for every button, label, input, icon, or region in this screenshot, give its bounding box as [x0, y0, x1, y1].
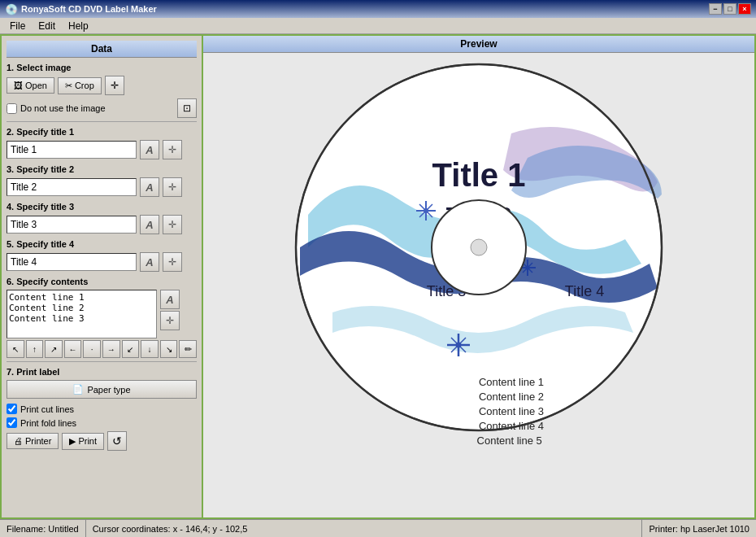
move-icon	[111, 80, 119, 91]
title3-pos-button[interactable]	[163, 215, 182, 234]
print-cut-row: Print cut lines	[7, 404, 197, 414]
align-center-bot-button[interactable]: ↓	[141, 340, 159, 358]
printer-label: Printer	[25, 436, 51, 446]
crop-button[interactable]: Crop	[58, 77, 102, 94]
pos-icon-4	[168, 256, 176, 268]
refresh-icon	[112, 434, 122, 448]
no-image-label: Do not use the image	[20, 103, 106, 113]
section-7-header: 7. Print label	[7, 367, 197, 377]
align-left-top-button[interactable]: ↖	[7, 340, 24, 358]
align-left-mid-button[interactable]: ←	[64, 340, 82, 358]
svg-point-5	[424, 208, 428, 213]
menu-file[interactable]: File	[3, 19, 32, 33]
image-buttons-row: Open Crop	[7, 76, 197, 95]
app-icon: 💿	[5, 3, 18, 15]
content-pos-button[interactable]	[160, 311, 180, 330]
title2-font-button[interactable]	[140, 177, 159, 197]
maximize-button[interactable]: □	[723, 3, 736, 15]
statusbar: Filename: Untitled Cursor coordinates: x…	[0, 519, 756, 537]
pos-icon-content	[166, 315, 174, 326]
open-label: Open	[25, 81, 47, 90]
align-right-top-button[interactable]: ↗	[45, 340, 63, 358]
content-side-buttons	[160, 290, 180, 338]
section-1-header: 1. Select image	[7, 63, 197, 72]
pos-icon-2	[168, 181, 176, 193]
font-icon-4	[146, 256, 153, 268]
divider-1	[7, 121, 197, 122]
align-right-mid-button[interactable]: →	[102, 340, 120, 358]
divider-2	[7, 361, 197, 362]
title1-font-button[interactable]	[140, 140, 159, 159]
move-image-button[interactable]	[105, 76, 124, 95]
svg-point-10	[526, 266, 530, 270]
minimize-button[interactable]: −	[709, 3, 722, 15]
preview-panel-header: Preview	[203, 36, 754, 53]
svg-text:Content line 3: Content line 3	[479, 405, 544, 417]
main-container: Data 1. Select image Open Crop Do not us…	[0, 34, 756, 519]
menu-help[interactable]: Help	[62, 19, 95, 33]
fit-image-button[interactable]	[177, 98, 197, 118]
title3-font-button[interactable]	[140, 215, 159, 234]
svg-point-25	[471, 239, 487, 255]
title2-input[interactable]	[7, 178, 137, 196]
print-fold-row: Print fold lines	[7, 417, 197, 428]
svg-text:Content line 1: Content line 1	[479, 376, 544, 388]
title4-font-button[interactable]	[140, 252, 159, 272]
filename-label: Filename: Untitled	[7, 524, 79, 534]
printer-status: Printer: hp LaserJet 1010	[642, 520, 756, 537]
content-line-5: Content line 5	[477, 434, 542, 447]
paper-icon	[72, 384, 84, 395]
print-fold-checkbox[interactable]	[7, 417, 17, 428]
title3-row	[7, 215, 197, 234]
font-icon-3	[146, 219, 153, 231]
pos-icon-1	[168, 144, 176, 155]
svg-text:Content line 2: Content line 2	[479, 391, 544, 403]
printer-button[interactable]: Printer	[7, 433, 59, 449]
section-3-header: 3. Specify title 2	[7, 164, 197, 174]
right-panel: Preview	[203, 36, 754, 517]
print-button[interactable]: Print	[62, 433, 104, 450]
filename-status: Filename: Untitled	[0, 520, 86, 537]
data-panel-header: Data	[7, 41, 197, 58]
edit-icon	[185, 344, 192, 355]
print-fold-label: Print fold lines	[20, 418, 76, 428]
svg-text:Title 4: Title 4	[565, 283, 604, 299]
edit-content-button[interactable]	[179, 340, 197, 358]
cd-svg: Title 1 Title 2 Title 3 Title 4 Content …	[284, 52, 674, 443]
title1-pos-button[interactable]	[163, 140, 182, 159]
no-image-checkbox[interactable]	[7, 103, 17, 114]
font-icon-content	[166, 294, 173, 306]
cursor-label: Cursor coordinates: x - 146,4; y - 102,5	[93, 524, 248, 534]
fit-icon	[183, 103, 191, 114]
content-textarea[interactable]: Content line 1 Content line 2 Content li…	[7, 290, 157, 338]
title2-row	[7, 177, 197, 197]
open-button[interactable]: Open	[7, 77, 54, 94]
print-icon	[69, 436, 76, 447]
print-cut-checkbox[interactable]	[7, 404, 17, 414]
align-center-mid-button[interactable]: ·	[83, 340, 101, 358]
align-left-bot-button[interactable]: ↙	[122, 340, 140, 358]
content-container: Content line 1 Content line 2 Content li…	[7, 290, 197, 338]
paper-type-button[interactable]: Paper type	[7, 380, 197, 399]
title3-input[interactable]	[7, 216, 137, 234]
title4-pos-button[interactable]	[163, 252, 182, 272]
svg-point-15	[456, 343, 462, 348]
refresh-button[interactable]	[107, 431, 127, 451]
section-4-header: 4. Specify title 3	[7, 202, 197, 212]
menu-edit[interactable]: Edit	[32, 19, 62, 33]
font-icon-1	[146, 144, 153, 156]
crop-label: Crop	[75, 81, 94, 90]
close-button[interactable]: ×	[738, 3, 751, 15]
title4-input[interactable]	[7, 253, 137, 271]
section-5-header: 5. Specify title 4	[7, 239, 197, 249]
align-center-top-button[interactable]: ↑	[26, 340, 44, 358]
font-icon-2	[146, 181, 153, 194]
align-right-bot-button[interactable]: ↘	[160, 340, 178, 358]
title1-input[interactable]	[7, 141, 137, 159]
cursor-status: Cursor coordinates: x - 146,4; y - 102,5	[86, 520, 643, 537]
pos-icon-3	[168, 219, 176, 230]
content-font-button[interactable]	[160, 290, 180, 309]
left-panel: Data 1. Select image Open Crop Do not us…	[2, 36, 203, 517]
section-6-header: 6. Specify contents	[7, 277, 197, 286]
title2-pos-button[interactable]	[163, 177, 182, 197]
